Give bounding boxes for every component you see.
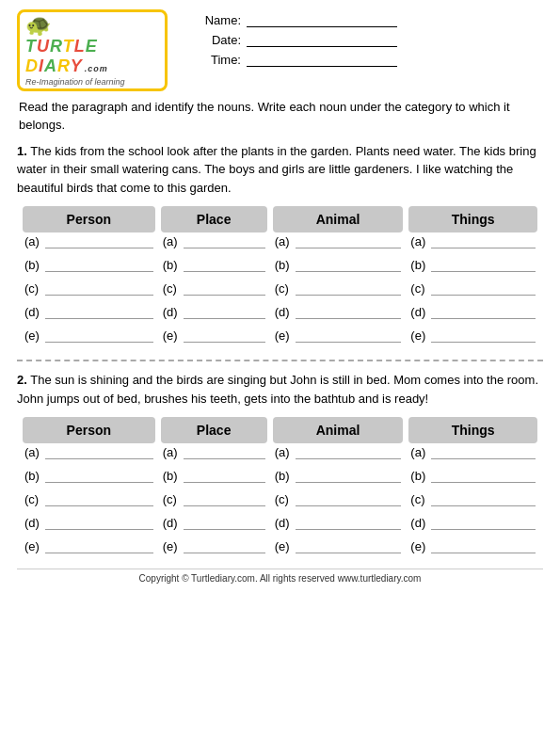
answer-row: (d)	[410, 305, 536, 319]
answer-row: (a)	[24, 234, 153, 248]
answer-input-line[interactable]	[296, 470, 402, 483]
answer-row-label: (d)	[410, 305, 431, 319]
answer-row-label: (c)	[275, 281, 296, 296]
date-line[interactable]	[247, 34, 397, 47]
answer-row: (d)	[275, 305, 402, 319]
answer-row: (b)	[163, 469, 265, 483]
answer-row-label: (d)	[24, 516, 45, 530]
answer-row: (c)	[24, 492, 153, 506]
answer-row-label: (e)	[163, 328, 184, 343]
answer-row-label: (e)	[24, 539, 45, 553]
section-1: 1. The kids from the school look after t…	[17, 142, 543, 198]
answer-input-line[interactable]	[431, 282, 536, 296]
answer-input-line[interactable]	[296, 493, 402, 506]
answer-input-line[interactable]	[431, 540, 536, 553]
answer-input-line[interactable]	[431, 259, 536, 272]
answer-row: (d)	[163, 305, 265, 319]
answer-row: (e)	[275, 539, 402, 553]
footer: Copyright © Turtlediary.com. All rights …	[17, 569, 543, 584]
answer-input-line[interactable]	[431, 470, 536, 483]
answer-row-label: (b)	[163, 258, 184, 272]
answer-input-line[interactable]	[296, 446, 402, 459]
answer-input-line[interactable]	[184, 259, 265, 272]
answer-row: (d)	[24, 516, 153, 530]
time-row: Time:	[196, 53, 543, 67]
cat-header-place-1: Place	[161, 206, 267, 232]
answer-row: (e)	[163, 328, 265, 343]
answer-row: (e)	[410, 328, 536, 343]
answer-input-line[interactable]	[184, 493, 265, 506]
answer-row-label: (a)	[410, 234, 431, 248]
answer-row: (a)	[24, 445, 153, 459]
answer-input-line[interactable]	[431, 493, 536, 506]
answer-input-line[interactable]	[296, 282, 402, 296]
divider	[17, 360, 543, 361]
answer-input-line[interactable]	[45, 329, 153, 343]
answer-input-line[interactable]	[296, 235, 402, 248]
answer-input-line[interactable]	[431, 329, 536, 343]
answer-row-label: (b)	[24, 258, 45, 272]
answer-row-label: (b)	[163, 469, 184, 483]
answer-input-line[interactable]	[296, 540, 402, 553]
name-fields: Name: Date: Time:	[168, 9, 543, 72]
answer-row-label: (e)	[275, 539, 296, 553]
answer-input-line[interactable]	[184, 517, 265, 530]
answer-row: (e)	[24, 539, 153, 553]
answer-input-line[interactable]	[184, 470, 265, 483]
answer-input-line[interactable]	[296, 306, 402, 319]
answer-input-line[interactable]	[45, 446, 153, 459]
answer-row: (d)	[410, 516, 536, 530]
paragraph-1: 1. The kids from the school look after t…	[17, 142, 543, 198]
answer-input-line[interactable]	[45, 306, 153, 319]
answer-row: (b)	[275, 258, 402, 272]
answer-row-label: (d)	[24, 305, 45, 319]
answer-row-label: (c)	[163, 281, 184, 296]
answer-input-line[interactable]	[184, 282, 265, 296]
answer-row: (e)	[24, 328, 153, 343]
answer-row-label: (c)	[163, 492, 184, 506]
logo-com: .com	[85, 64, 108, 73]
answer-input-line[interactable]	[431, 235, 536, 248]
answer-input-line[interactable]	[296, 517, 402, 530]
name-label: Name:	[196, 13, 241, 27]
answer-input-line[interactable]	[45, 235, 153, 248]
answer-input-line[interactable]	[431, 517, 536, 530]
time-line[interactable]	[247, 54, 397, 67]
answer-row: (a)	[275, 234, 402, 248]
answer-row: (c)	[24, 281, 153, 296]
answer-row-label: (c)	[24, 281, 45, 296]
answer-row: (a)	[275, 445, 402, 459]
answer-row-label: (e)	[410, 328, 431, 343]
logo-area: 🐢 TURTLE DIARY.com Re-Imagination of lea…	[17, 9, 168, 91]
paragraph-2-num: 2.	[17, 373, 27, 387]
cat-header-things-2: Things	[408, 417, 537, 443]
answer-row: (c)	[410, 492, 536, 506]
answer-input-line[interactable]	[45, 259, 153, 272]
answer-input-line[interactable]	[431, 446, 536, 459]
answer-input-line[interactable]	[45, 470, 153, 483]
answer-row-label: (a)	[163, 234, 184, 248]
answer-input-line[interactable]	[45, 517, 153, 530]
time-label: Time:	[196, 53, 241, 67]
answer-input-line[interactable]	[184, 329, 265, 343]
answer-input-line[interactable]	[184, 446, 265, 459]
answer-row: (c)	[410, 281, 536, 296]
worksheet-page: 🐢 TURTLE DIARY.com Re-Imagination of lea…	[0, 0, 560, 753]
answer-input-line[interactable]	[45, 540, 153, 553]
instructions: Read the paragraph and identify the noun…	[17, 99, 543, 135]
name-line[interactable]	[247, 14, 397, 27]
header: 🐢 TURTLE DIARY.com Re-Imagination of lea…	[17, 9, 543, 91]
answer-input-line[interactable]	[296, 259, 402, 272]
answer-input-line[interactable]	[431, 306, 536, 319]
answer-input-line[interactable]	[184, 306, 265, 319]
answer-input-line[interactable]	[45, 493, 153, 506]
answer-row: (e)	[410, 539, 536, 553]
section-2: 2. The sun is shining and the birds are …	[17, 371, 543, 408]
answer-input-line[interactable]	[296, 329, 402, 343]
answer-input-line[interactable]	[184, 235, 265, 248]
cat-header-animal-1: Animal	[273, 206, 404, 232]
answer-input-line[interactable]	[184, 540, 265, 553]
answer-row: (b)	[410, 258, 536, 272]
answer-input-line[interactable]	[45, 282, 153, 296]
answer-row-label: (b)	[410, 258, 431, 272]
